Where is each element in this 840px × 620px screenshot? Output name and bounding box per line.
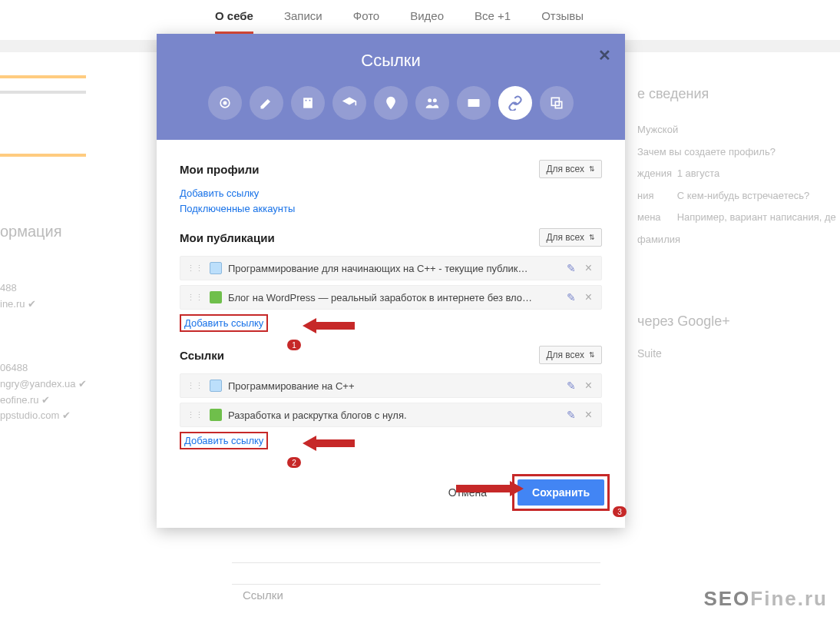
drag-handle-icon[interactable]: ⋮⋮ (187, 381, 203, 391)
delete-icon[interactable]: × (582, 379, 595, 393)
edit-icon[interactable]: ✎ (567, 262, 576, 274)
bg-section-heading: е сведения (637, 86, 709, 102)
close-icon[interactable]: ✕ (598, 46, 611, 65)
building-icon[interactable] (291, 86, 325, 120)
link-item[interactable]: ⋮⋮ Блог на WordPress — реальный заработо… (180, 285, 602, 310)
delete-icon[interactable]: × (582, 408, 595, 422)
nav-tab-reviews[interactable]: Отзывы (541, 9, 584, 34)
add-link[interactable]: Добавить ссылку (184, 317, 263, 329)
favicon-icon (210, 262, 222, 274)
pencil-icon[interactable] (250, 86, 283, 120)
drag-handle-icon[interactable]: ⋮⋮ (187, 264, 203, 274)
nav-tab-video[interactable]: Видео (410, 9, 444, 34)
annotation-highlight: Добавить ссылку (180, 314, 268, 332)
id-card-icon[interactable] (457, 86, 491, 120)
save-button[interactable]: Сохранить (518, 479, 604, 506)
nav-tab-about[interactable]: О себе (215, 9, 253, 34)
pin-icon[interactable] (374, 86, 408, 120)
watermark: SEOFine.ru (703, 587, 828, 611)
annotation-badge: 3 (613, 506, 627, 517)
annotation-highlight: Добавить ссылку (180, 432, 268, 449)
bg-gplus-heading: через Google+ (637, 313, 730, 330)
modal-footer: Отмена Сохранить 3 (157, 466, 625, 528)
link-text: Блог на WordPress — реальный заработок в… (228, 292, 561, 303)
svg-point-1 (223, 101, 227, 105)
favicon-icon (210, 291, 222, 303)
svg-rect-7 (468, 99, 480, 107)
external-icon[interactable] (540, 86, 574, 120)
favicon-icon (210, 409, 222, 421)
svg-rect-3 (306, 100, 307, 101)
section-title: Ссылки (180, 349, 224, 362)
modal-title: Ссылки (157, 51, 625, 71)
profile-nav: О себе Записи Фото Видео Все +1 Отзывы (0, 9, 840, 34)
bg-bottom-section: Ссылки (232, 562, 600, 616)
link-text: Разработка и раскрутка блогов с нуля. (228, 409, 561, 421)
link-text: Программирование для начинающих на C++ -… (228, 263, 561, 274)
section-links: Ссылки Для всех ⋮⋮ Программирование на C… (180, 346, 602, 449)
section-title: Мои профили (180, 163, 260, 176)
edit-icon[interactable]: ✎ (567, 291, 576, 303)
favicon-icon (210, 380, 222, 392)
connected-accounts-link[interactable]: Подключенные аккаунты (180, 203, 602, 214)
bg-decoration (0, 91, 86, 94)
section-title: Мои публикации (180, 231, 275, 244)
graduation-icon[interactable] (332, 86, 366, 120)
nav-tab-photos[interactable]: Фото (353, 9, 379, 34)
modal-header: ✕ Ссылки (157, 34, 625, 140)
annotation-arrow (303, 319, 355, 333)
bg-suite-text: Suite (637, 347, 662, 360)
annotation-arrow (303, 436, 355, 450)
modal-body: Мои профили Для всех Добавить ссылку Под… (157, 140, 625, 466)
svg-rect-4 (309, 100, 311, 101)
visibility-selector[interactable]: Для всех (539, 228, 602, 247)
people-icon[interactable] (415, 86, 449, 120)
section-icon-row (157, 86, 625, 120)
bg-decoration (0, 154, 86, 157)
annotation-arrow (456, 482, 524, 496)
link-item[interactable]: ⋮⋮ Программирование на C++ ✎ × (180, 373, 602, 398)
bg-info-heading: ормация (0, 223, 62, 240)
section-profiles: Мои профили Для всех Добавить ссылку Под… (180, 160, 602, 214)
bg-contacts: 488 ine.ru ✔ 06488 ngry@yandex.ua ✔ eofi… (0, 280, 87, 424)
visibility-selector[interactable]: Для всех (539, 346, 602, 364)
delete-icon[interactable]: × (582, 261, 595, 275)
section-publications: Мои публикации Для всех ⋮⋮ Программирова… (180, 228, 602, 332)
annotation-highlight: Сохранить (512, 474, 610, 511)
delete-icon[interactable]: × (582, 290, 595, 304)
bg-decoration (0, 75, 86, 78)
svg-point-6 (433, 98, 437, 102)
nav-tab-posts[interactable]: Записи (284, 9, 322, 34)
intro-icon[interactable] (208, 86, 242, 120)
visibility-selector[interactable]: Для всех (539, 160, 602, 178)
svg-point-5 (428, 98, 432, 102)
bg-profile-info: Мужской Зачем вы создаете профиль? ждени… (637, 119, 840, 251)
nav-tab-plusone[interactable]: Все +1 (475, 9, 511, 34)
chain-icon[interactable] (498, 86, 532, 120)
drag-handle-icon[interactable]: ⋮⋮ (187, 293, 203, 303)
link-item[interactable]: ⋮⋮ Программирование для начинающих на C+… (180, 256, 602, 280)
add-link[interactable]: Добавить ссылку (184, 435, 263, 446)
links-modal: ✕ Ссылки Мои профили Для всех Добавить с… (157, 34, 625, 528)
add-link[interactable]: Добавить ссылку (180, 187, 602, 199)
link-item[interactable]: ⋮⋮ Разработка и раскрутка блогов с нуля.… (180, 403, 602, 427)
link-text: Программирование на C++ (228, 380, 561, 392)
svg-rect-2 (303, 98, 313, 108)
edit-icon[interactable]: ✎ (567, 380, 576, 392)
drag-handle-icon[interactable]: ⋮⋮ (187, 410, 203, 420)
edit-icon[interactable]: ✎ (567, 409, 576, 421)
